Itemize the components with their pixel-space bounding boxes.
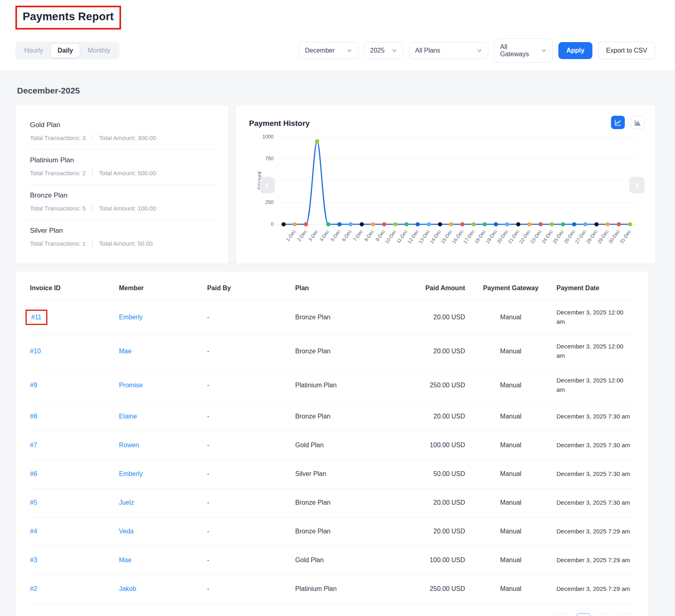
invoice-link[interactable]: #5 [30,499,37,506]
chart-next-button[interactable] [629,177,645,193]
invoice-link[interactable]: #10 [30,348,41,355]
bar-chart-toggle-icon[interactable] [631,116,645,129]
payment-gateway-value: Manual [465,334,557,368]
svg-text:0: 0 [271,221,274,227]
member-link[interactable]: Elaine [119,413,137,420]
divider [92,204,93,212]
table-row: #2 Jakob - Platinium Plan 250.00 USD Man… [30,575,633,603]
pagination-next-button[interactable] [618,613,633,616]
pagination: Showing 1 - 10 of 11 records 1 2 [30,603,633,616]
month-select[interactable]: December [299,42,358,59]
member-link[interactable]: Mae [119,557,132,563]
invoice-link[interactable]: #3 [30,557,37,563]
gateway-select[interactable]: All Gateways [494,38,553,63]
divider [92,134,93,141]
paid-amount-value: 20.00 USD [396,334,465,368]
tab-monthly[interactable]: Monthly [81,44,117,57]
chevron-down-icon [477,48,482,53]
table-row: #10 Mae - Bronze Plan 20.00 USD Manual D… [30,334,633,368]
tab-hourly[interactable]: Hourly [17,44,50,57]
invoice-link[interactable]: #2 [30,585,37,592]
member-link[interactable]: Promise [119,382,143,389]
pagination-prev-button[interactable] [555,613,570,616]
paid-amount-value: 100.00 USD [396,546,465,575]
paid-by-value: - [207,517,295,546]
paid-amount-value: 50.00 USD [396,460,465,489]
plan-value: Bronze Plan [295,402,396,431]
payment-gateway-value: Manual [465,546,557,575]
plan-summary-item: Gold Plan Total Transactions: 3 Total Am… [25,114,219,149]
gateway-select-value: All Gateways [500,43,537,58]
chart-prev-button[interactable] [260,177,275,193]
invoice-link[interactable]: #11 [31,314,42,321]
invoice-link[interactable]: #4 [30,528,37,535]
main-content: December-2025 Gold Plan Total Transactio… [0,71,675,616]
chart-type-toggle [611,116,645,129]
member-link[interactable]: Emberly [119,314,143,321]
payment-date-value: December 3, 2025 12:00 am [556,300,633,334]
chevron-down-icon [347,48,352,53]
table-row: #3 Mae - Gold Plan 100.00 USD Manual Dec… [30,546,633,575]
period-heading: December-2025 [17,86,655,96]
divider [92,169,93,176]
paid-amount-value: 20.00 USD [396,402,465,431]
year-select[interactable]: 2025 [364,42,403,59]
invoice-annotation-wrap: #6 [30,467,37,480]
invoice-annotation-wrap: #11 [26,310,47,325]
payment-gateway-value: Manual [465,300,557,334]
member-link[interactable]: Emberly [119,470,143,477]
plan-total-amount: Total Amount: 50.00 [99,240,153,247]
plan-total-amount: Total Amount: 100.00 [99,205,156,212]
plan-summary-item: Platinium Plan Total Transactions: 2 Tot… [25,149,219,185]
invoice-annotation-wrap: #8 [30,410,37,423]
plan-total-transactions: Total Transactions: 3 [30,134,86,141]
payment-gateway-value: Manual [465,402,557,431]
export-csv-button[interactable]: Export to CSV [598,42,655,59]
paid-by-value: - [207,575,295,603]
tab-daily[interactable]: Daily [51,44,80,57]
plan-name: Platinium Plan [30,156,214,164]
member-link[interactable]: Juelz [119,499,134,506]
invoice-link[interactable]: #7 [30,442,37,448]
invoice-link[interactable]: #8 [30,413,37,420]
svg-text:19-Dec: 19-Dec [485,229,498,244]
svg-text:18-Dec: 18-Dec [473,229,487,244]
payment-date-value: December 3, 2025 7:29 am [556,575,633,603]
plan-name: Gold Plan [30,121,214,129]
payments-table: Invoice ID Member Paid By Plan Paid Amou… [30,275,633,603]
table-header-row: Invoice ID Member Paid By Plan Paid Amou… [30,275,633,300]
invoice-link[interactable]: #9 [30,382,37,389]
plan-select[interactable]: All Plans [409,42,488,59]
apply-button[interactable]: Apply [558,42,592,59]
column-header: Invoice ID [30,275,119,300]
table-row: #4 Veda - Bronze Plan 20.00 USD Manual D… [30,517,633,546]
svg-text:8-Dec: 8-Dec [363,229,375,242]
paid-by-value: - [207,489,295,517]
svg-text:750: 750 [265,156,274,161]
svg-text:250: 250 [265,200,274,205]
column-header: Payment Date [556,275,633,300]
payment-gateway-value: Manual [465,368,557,402]
member-link[interactable]: Rowen [119,442,139,448]
member-link[interactable]: Jakob [119,585,136,592]
paid-by-value: - [207,431,295,460]
paid-amount-value: 250.00 USD [396,368,465,402]
filter-bar: December 2025 All Plans All Gateways App… [299,38,655,63]
plan-stats: Total Transactions: 3 Total Amount: 300.… [30,134,214,141]
payment-date-value: December 3, 2025 7:30 am [556,489,633,517]
payment-date-value: December 3, 2025 12:00 am [556,368,633,402]
svg-text:13-Dec: 13-Dec [417,229,431,244]
member-link[interactable]: Veda [119,528,134,535]
plan-summary-card: Gold Plan Total Transactions: 3 Total Am… [15,105,228,263]
payment-date-value: December 3, 2025 7:30 am [556,402,633,431]
svg-text:22-Dec: 22-Dec [518,229,531,244]
member-link[interactable]: Mae [119,348,132,355]
pagination-page-1[interactable]: 1 [576,613,591,616]
line-chart-toggle-icon[interactable] [611,116,625,129]
invoice-link[interactable]: #6 [30,470,37,477]
svg-text:14-Dec: 14-Dec [429,229,442,244]
pagination-page-2[interactable]: 2 [597,613,612,616]
svg-text:24-Dec: 24-Dec [541,229,554,244]
svg-text:26-Dec: 26-Dec [563,229,576,244]
svg-text:17-Dec: 17-Dec [462,229,475,244]
